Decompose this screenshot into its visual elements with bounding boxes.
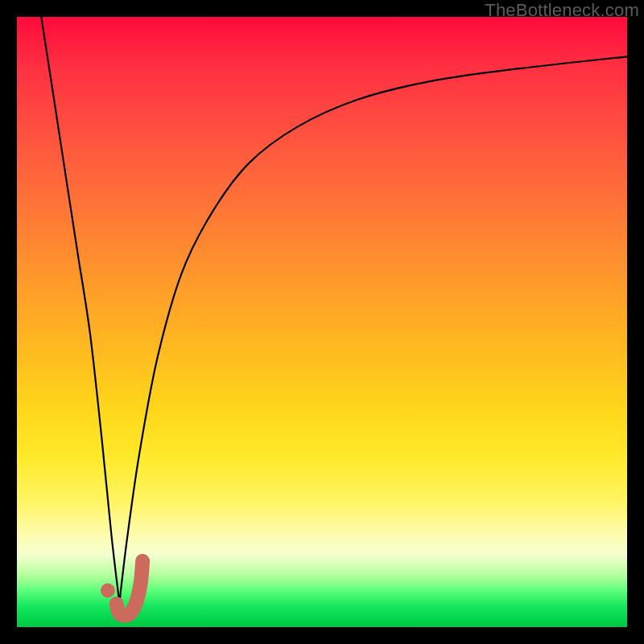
curve-right-branch [119, 56, 627, 602]
curve-layer [17, 17, 627, 627]
chart-frame: TheBottleneck.com [0, 0, 644, 644]
accent-dot [101, 584, 115, 598]
plot-area [17, 17, 627, 627]
curve-left-branch [41, 17, 119, 603]
